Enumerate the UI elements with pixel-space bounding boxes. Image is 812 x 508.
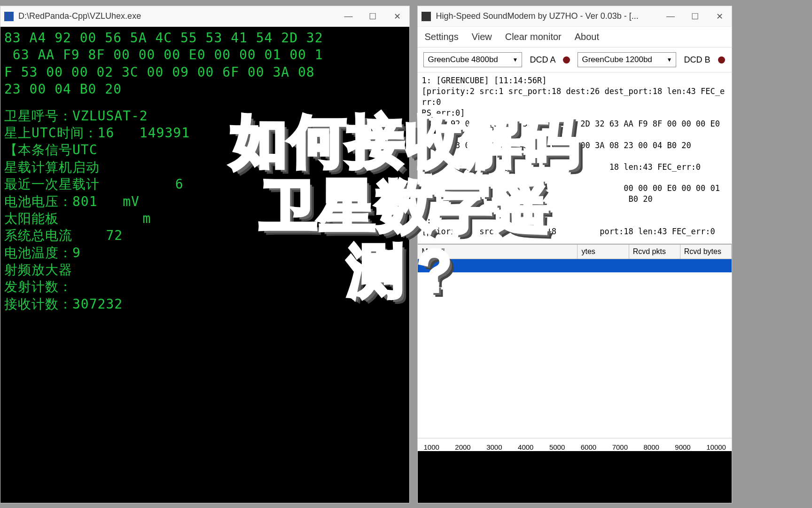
minimize-button[interactable]: — <box>665 11 676 22</box>
freq-tick: 9000 <box>675 443 690 451</box>
freq-tick: 4000 <box>518 443 533 451</box>
freq-tick: 5000 <box>549 443 565 451</box>
packet-log[interactable]: 1: [GREENCUBE] [11:14:56R] [priority:2 s… <box>418 72 732 244</box>
terminal-output: 83 A4 92 00 56 5A 4C 55 53 41 54 2D 32 6… <box>0 27 409 503</box>
freq-tick: 8000 <box>643 443 659 451</box>
col-bytes[interactable]: ytes <box>578 245 629 259</box>
menu-about[interactable]: About <box>575 32 599 42</box>
col-mycall[interactable]: MyCall <box>418 245 578 259</box>
telemetry-line: 电池温度：9 <box>4 245 406 262</box>
modem-controls: GreenCube 4800bd ▼ DCD A GreenCube 1200b… <box>418 48 732 72</box>
telemetry-line: 卫星呼号：VZLUSAT-2 <box>4 108 406 125</box>
left-title: D:\RedPanda-Cpp\VZLUhex.exe <box>18 11 343 21</box>
telemetry-line: 射频放大器 <box>4 262 406 278</box>
frequency-ruler: 1000200030004000500060007000800090001000… <box>418 438 732 451</box>
minimize-button[interactable]: — <box>343 11 354 22</box>
soundmodem-icon <box>422 12 431 21</box>
close-button[interactable]: ✕ <box>391 11 403 22</box>
stats-table-header: MyCall ytes Rcvd pkts Rcvd bytes <box>418 244 732 259</box>
menu-settings[interactable]: Settings <box>424 32 458 42</box>
chevron-down-icon: ▼ <box>513 56 518 63</box>
freq-tick: 3000 <box>486 443 502 451</box>
menu-clear-monitor[interactable]: Clear monitor <box>505 32 562 42</box>
right-title: High-Speed SoundModem by UZ7HO - Ver 0.0… <box>436 11 665 21</box>
vzluhex-window: D:\RedPanda-Cpp\VZLUhex.exe — ☐ ✕ 83 A4 … <box>0 6 410 503</box>
freq-tick: 6000 <box>581 443 596 451</box>
telemetry-line: 系统总电流 72 <box>4 227 406 244</box>
waterfall-display[interactable] <box>418 451 732 503</box>
telemetry-line: 【本条信号UTC <box>4 142 406 159</box>
mode-b-value: GreenCube 1200bd <box>582 55 652 64</box>
col-rcvd-bytes[interactable]: Rcvd bytes <box>680 245 732 259</box>
dcd-a-label: DCD A <box>530 55 555 65</box>
close-button[interactable]: ✕ <box>714 11 725 22</box>
freq-tick: 7000 <box>612 443 628 451</box>
table-row-selected[interactable] <box>418 259 732 272</box>
menubar: Settings View Clear monitor About <box>418 27 732 48</box>
telemetry-line: 太阳能板 m <box>4 210 406 227</box>
soundmodem-window: High-Speed SoundModem by UZ7HO - Ver 0.0… <box>417 6 732 503</box>
dcd-b-led <box>718 56 725 64</box>
menu-view[interactable]: View <box>472 32 492 42</box>
right-titlebar[interactable]: High-Speed SoundModem by UZ7HO - Ver 0.0… <box>418 6 732 27</box>
telemetry-line: 电池电压：801 mV <box>4 193 406 210</box>
chevron-down-icon: ▼ <box>667 56 672 63</box>
telemetry-line: 星载计算机启动 <box>4 159 406 176</box>
telemetry-line: 最近一次星载计 6 <box>4 176 406 193</box>
freq-tick: 1000 <box>423 443 439 451</box>
freq-tick: 2000 <box>455 443 470 451</box>
col-rcvd-pkts[interactable]: Rcvd pkts <box>629 245 680 259</box>
telemetry-line: 接收计数：307232 <box>4 296 406 313</box>
left-titlebar[interactable]: D:\RedPanda-Cpp\VZLUhex.exe — ☐ ✕ <box>0 6 409 27</box>
mode-b-dropdown[interactable]: GreenCube 1200bd ▼ <box>578 52 676 67</box>
telemetry-line: 星上UTC时间：16 149391 <box>4 125 406 142</box>
freq-tick: 10000 <box>706 443 726 451</box>
mode-a-value: GreenCube 4800bd <box>428 55 498 64</box>
mode-a-dropdown[interactable]: GreenCube 4800bd ▼ <box>423 52 522 67</box>
app-icon <box>4 12 14 21</box>
hex-dump: 83 A4 92 00 56 5A 4C 55 53 41 54 2D 32 6… <box>4 30 406 98</box>
telemetry-line: 发射计数： <box>4 278 406 295</box>
maximize-button[interactable]: ☐ <box>689 11 701 22</box>
dcd-a-led <box>563 56 570 64</box>
dcd-b-label: DCD B <box>684 55 710 65</box>
maximize-button[interactable]: ☐ <box>367 11 378 22</box>
